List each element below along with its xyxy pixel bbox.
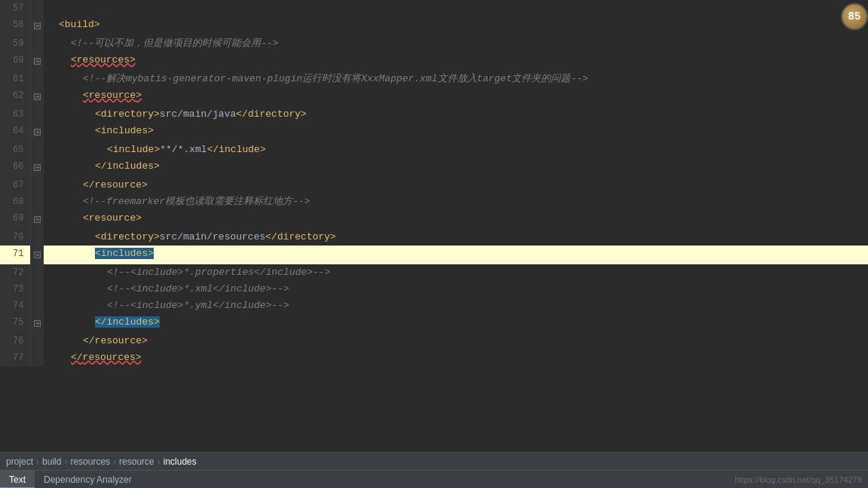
table-row: 67</resource> — [0, 177, 868, 194]
line-number: 77 — [0, 349, 30, 366]
breadcrumb-resource[interactable]: resource — [119, 456, 154, 467]
line-number: 68 — [0, 194, 30, 210]
fold-icon[interactable] — [34, 320, 41, 327]
table-row: 62<resource> — [0, 87, 868, 106]
table-row: 60<resources> — [0, 52, 868, 71]
line-number: 58 — [0, 17, 30, 35]
line-number: 60 — [0, 52, 30, 71]
code-content: </includes> — [44, 158, 868, 177]
table-row: 68<!--freemarker模板也读取需要注释标红地方--> — [0, 194, 868, 210]
avatar: 85 — [841, 3, 868, 30]
line-number: 62 — [0, 87, 30, 106]
code-content: <include>**/*.xml</include> — [44, 142, 868, 158]
line-number: 64 — [0, 123, 30, 142]
breadcrumb-includes[interactable]: includes — [164, 456, 197, 467]
tab-text[interactable]: Text — [0, 471, 35, 489]
code-content: <!--<include>*.xml</include>--> — [44, 281, 868, 297]
fold-icon[interactable] — [34, 216, 41, 223]
line-number: 74 — [0, 297, 30, 314]
fold-icon[interactable] — [34, 164, 41, 171]
table-row: 76</resource> — [0, 333, 868, 349]
gutter-cell — [30, 297, 44, 314]
line-number: 67 — [0, 177, 30, 194]
code-content: <includes> — [44, 246, 868, 264]
line-number: 66 — [0, 158, 30, 177]
gutter-cell — [30, 106, 44, 123]
table-row: 72<!--<include>*.properties</include>--> — [0, 264, 868, 281]
bottom-url: https://blog.csdn.net/qq_35174279 — [735, 475, 868, 484]
bottom-bar: Text Dependency Analyzer https://blog.cs… — [0, 470, 868, 488]
code-content: <!--<include>*.yml</include>--> — [44, 297, 868, 314]
table-row: 59<!--可以不加，但是做项目的时候可能会用--> — [0, 35, 868, 52]
table-row: 63<directory>src/main/java</directory> — [0, 106, 868, 123]
gutter-cell — [30, 281, 44, 297]
line-number: 65 — [0, 142, 30, 158]
gutter-cell — [30, 123, 44, 142]
line-number: 71 — [0, 246, 30, 264]
table-row: 75</includes> — [0, 314, 868, 333]
fold-icon[interactable] — [34, 129, 41, 136]
line-number: 72 — [0, 264, 30, 281]
code-content: <!--解决mybatis-generator-maven-plugin运行时没… — [44, 71, 868, 87]
line-number: 61 — [0, 71, 30, 87]
table-row: 58<build> — [0, 17, 868, 35]
code-content: <!--freemarker模板也读取需要注释标红地方--> — [44, 194, 868, 210]
code-content: <directory>src/main/resources</directory… — [44, 229, 868, 246]
gutter-cell — [30, 0, 44, 17]
code-content: <directory>src/main/java</directory> — [44, 106, 868, 123]
gutter-cell — [30, 142, 44, 158]
breadcrumb-resources[interactable]: resources — [70, 456, 110, 467]
table-row: 65<include>**/*.xml</include> — [0, 142, 868, 158]
table-row: 73<!--<include>*.xml</include>--> — [0, 281, 868, 297]
fold-icon[interactable] — [34, 252, 41, 258]
code-content: </resource> — [44, 177, 868, 194]
gutter-cell — [30, 35, 44, 52]
line-number: 76 — [0, 333, 30, 349]
line-number: 63 — [0, 106, 30, 123]
table-row: 69<resource> — [0, 210, 868, 229]
table-row: 64<includes> — [0, 123, 868, 142]
code-content: <!--<include>*.properties</include>--> — [44, 264, 868, 281]
breadcrumb-build[interactable]: build — [42, 456, 61, 467]
gutter-cell — [30, 349, 44, 366]
table-row: 77</resources> — [0, 349, 868, 366]
gutter-cell — [30, 246, 44, 264]
tab-dependency-analyzer[interactable]: Dependency Analyzer — [35, 471, 141, 489]
code-content — [44, 0, 868, 17]
line-number: 75 — [0, 314, 30, 333]
table-row: 71<includes> — [0, 246, 868, 264]
breadcrumb-project[interactable]: project — [6, 456, 33, 467]
fold-icon[interactable] — [34, 23, 41, 29]
gutter-cell — [30, 229, 44, 246]
fold-icon[interactable] — [34, 58, 41, 65]
gutter-cell — [30, 194, 44, 210]
code-content: </resource> — [44, 333, 868, 349]
code-table: 5758<build>59<!--可以不加，但是做项目的时候可能会用-->60<… — [0, 0, 868, 366]
gutter-cell — [30, 158, 44, 177]
table-row: 57 — [0, 0, 868, 17]
code-content: <resource> — [44, 210, 868, 229]
gutter-cell — [30, 17, 44, 35]
gutter-cell — [30, 52, 44, 71]
gutter-cell — [30, 314, 44, 333]
code-content: <includes> — [44, 123, 868, 142]
gutter-cell — [30, 333, 44, 349]
table-row: 61<!--解决mybatis-generator-maven-plugin运行… — [0, 71, 868, 87]
line-number: 69 — [0, 210, 30, 229]
code-content: </includes> — [44, 314, 868, 333]
gutter-cell — [30, 210, 44, 229]
fold-icon[interactable] — [34, 93, 41, 100]
gutter-cell — [30, 71, 44, 87]
breadcrumb-bar: project › build › resources › resource ›… — [0, 452, 868, 470]
table-row: 66</includes> — [0, 158, 868, 177]
line-number: 73 — [0, 281, 30, 297]
gutter-cell — [30, 177, 44, 194]
table-row: 74<!--<include>*.yml</include>--> — [0, 297, 868, 314]
line-number: 59 — [0, 35, 30, 52]
line-number: 70 — [0, 229, 30, 246]
code-content: <resource> — [44, 87, 868, 106]
editor-area: 5758<build>59<!--可以不加，但是做项目的时候可能会用-->60<… — [0, 0, 868, 452]
code-content: <build> — [44, 17, 868, 35]
gutter-cell — [30, 264, 44, 281]
gutter-cell — [30, 87, 44, 106]
